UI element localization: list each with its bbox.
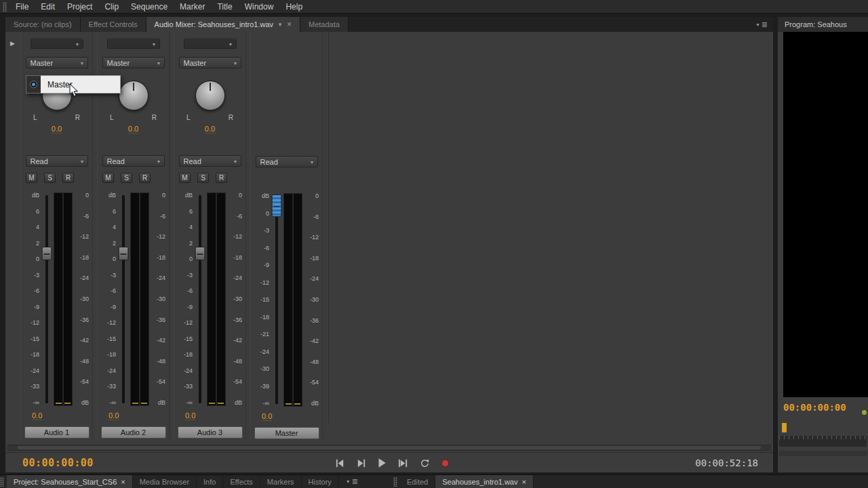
- effects-slot-dropdown[interactable]: ▼: [184, 39, 237, 49]
- program-timecode[interactable]: 00:00:00:00: [778, 397, 868, 413]
- level-value[interactable]: 0.0: [108, 411, 119, 420]
- loop-button[interactable]: [416, 456, 431, 470]
- tab-metadata[interactable]: Metadata: [300, 17, 349, 32]
- automation-mode-dropdown[interactable]: Read ▼: [179, 155, 241, 167]
- tab-audio-mixer[interactable]: Audio Mixer: Seahouses_intro1.wav ▼ ×: [146, 17, 300, 32]
- track-name-button[interactable]: Audio 1: [24, 426, 90, 439]
- menu-item[interactable]: Clip: [98, 0, 125, 14]
- automation-mode-dropdown[interactable]: Read ▼: [256, 156, 318, 167]
- track-name-button[interactable]: Audio 2: [101, 426, 166, 439]
- panel-grip[interactable]: [0, 477, 4, 487]
- meter-scale-label: -54: [157, 379, 165, 385]
- play-in-out-button[interactable]: [395, 456, 410, 470]
- tab-source[interactable]: Source: (no clips): [5, 17, 81, 32]
- fader-scale-label: -3: [111, 272, 116, 279]
- panel-grip[interactable]: [393, 477, 397, 487]
- level-value[interactable]: 0.0: [262, 412, 272, 421]
- hamburger-icon: ≣: [352, 477, 358, 486]
- tab-seahouses-wav[interactable]: Seahouses_intro1.wav ×: [435, 475, 534, 488]
- msr-button[interactable]: R: [216, 173, 227, 183]
- pan-knob[interactable]: [119, 81, 149, 110]
- volume-fader-track[interactable]: [41, 192, 52, 406]
- msr-button[interactable]: S: [197, 173, 209, 183]
- tab-edited[interactable]: Edited: [400, 475, 435, 488]
- bottom-tab[interactable]: Info: [197, 475, 223, 488]
- panel-menu-icon[interactable]: ▼ ≣: [750, 17, 773, 32]
- meter-scale-label: 0: [162, 192, 165, 199]
- msr-button[interactable]: M: [26, 173, 37, 183]
- fader-scale: dB 6420-3-6-9-12-15-18-24-33-∞: [22, 192, 41, 406]
- effects-slot-dropdown[interactable]: ▼: [31, 39, 83, 49]
- msr-button[interactable]: M: [102, 173, 114, 183]
- record-button[interactable]: [437, 456, 452, 470]
- fader-scale-label: -21: [260, 331, 269, 338]
- menu-item[interactable]: Title: [211, 0, 238, 14]
- tab-project[interactable]: Project: Seahouses_Start_CS6 ×: [7, 475, 133, 488]
- effects-slot-dropdown[interactable]: ▼: [107, 39, 160, 49]
- volume-fader-track[interactable]: [271, 193, 282, 407]
- tab-program[interactable]: Program: Seahous: [778, 17, 868, 32]
- msr-button[interactable]: R: [62, 173, 74, 183]
- automation-mode-dropdown[interactable]: Read ▼: [26, 155, 88, 167]
- meter-scale-label: -30: [233, 296, 242, 302]
- track-name-button[interactable]: Master: [254, 427, 319, 439]
- horizontal-scrollbar[interactable]: [7, 445, 771, 451]
- goto-out-button[interactable]: [353, 456, 368, 470]
- volume-fader-track[interactable]: [195, 192, 205, 406]
- track-name-button[interactable]: Audio 3: [178, 426, 243, 439]
- pan-knob[interactable]: [195, 81, 225, 110]
- level-value[interactable]: 0.0: [185, 411, 195, 420]
- goto-in-button[interactable]: [332, 456, 347, 470]
- fader-scale-label: -6: [264, 245, 269, 251]
- popup-menu-item-master[interactable]: Master: [41, 75, 121, 94]
- close-icon[interactable]: ×: [521, 478, 526, 486]
- pan-value[interactable]: 0.0: [52, 125, 62, 134]
- menu-item[interactable]: Window: [239, 0, 280, 14]
- program-scrollbar[interactable]: [779, 451, 867, 456]
- panel-expand-arrow[interactable]: ▶: [10, 40, 15, 47]
- bottom-tab[interactable]: Media Browser: [133, 475, 197, 488]
- pan-value[interactable]: 0.0: [205, 125, 215, 134]
- output-assign-dropdown[interactable]: Master ▼: [179, 57, 241, 68]
- output-assign-dropdown[interactable]: Master ▼: [102, 57, 165, 68]
- fader-handle[interactable]: [119, 247, 129, 260]
- bottom-tab[interactable]: Markers: [260, 475, 302, 488]
- chevron-down-icon: ▼: [80, 60, 85, 65]
- meter-scale-label: -18: [80, 255, 89, 261]
- scrollbar-thumb[interactable]: [18, 446, 761, 449]
- pan-value[interactable]: 0.0: [128, 125, 138, 134]
- automation-mode-dropdown[interactable]: Read ▼: [102, 155, 165, 167]
- msr-button[interactable]: S: [44, 173, 56, 183]
- output-assign-dropdown[interactable]: Master ▼: [26, 57, 88, 68]
- msr-button[interactable]: M: [179, 173, 191, 183]
- tab-effect-controls[interactable]: Effect Controls: [81, 17, 146, 32]
- menu-item[interactable]: Help: [279, 0, 309, 14]
- menu-item[interactable]: Marker: [174, 0, 211, 14]
- program-mini-timeline[interactable]: [779, 436, 867, 447]
- fader-scale-label: -3: [34, 272, 39, 279]
- fader-handle[interactable]: [195, 247, 205, 260]
- menu-item[interactable]: Sequence: [125, 0, 174, 14]
- chevron-down-icon[interactable]: ▼: [277, 22, 283, 28]
- close-icon[interactable]: ×: [121, 478, 125, 486]
- transport-bar: 00:00:00:00 00:00:52:18: [5, 452, 773, 472]
- panel-menu-icon[interactable]: ▼ ≣: [339, 475, 365, 488]
- menu-item[interactable]: Edit: [35, 0, 61, 14]
- volume-fader-track[interactable]: [118, 192, 129, 406]
- msr-button[interactable]: R: [139, 173, 151, 183]
- bottom-tab[interactable]: History: [302, 475, 339, 488]
- fader-handle[interactable]: [42, 247, 52, 260]
- level-value[interactable]: 0.0: [32, 411, 42, 420]
- menu-item[interactable]: File: [9, 0, 35, 14]
- marker-icon[interactable]: [782, 423, 787, 432]
- playhead-timecode[interactable]: 00:00:00:00: [22, 457, 94, 469]
- bottom-tab[interactable]: Effects: [223, 475, 260, 488]
- play-button[interactable]: [374, 456, 389, 470]
- msr-button[interactable]: S: [121, 173, 132, 183]
- panel-grip[interactable]: [3, 2, 7, 12]
- meter-scale-label: -36: [310, 318, 319, 324]
- level-meter: [130, 192, 149, 406]
- close-icon[interactable]: ×: [287, 20, 292, 29]
- master-fader-handle[interactable]: [272, 195, 282, 217]
- menu-item[interactable]: Project: [61, 0, 98, 14]
